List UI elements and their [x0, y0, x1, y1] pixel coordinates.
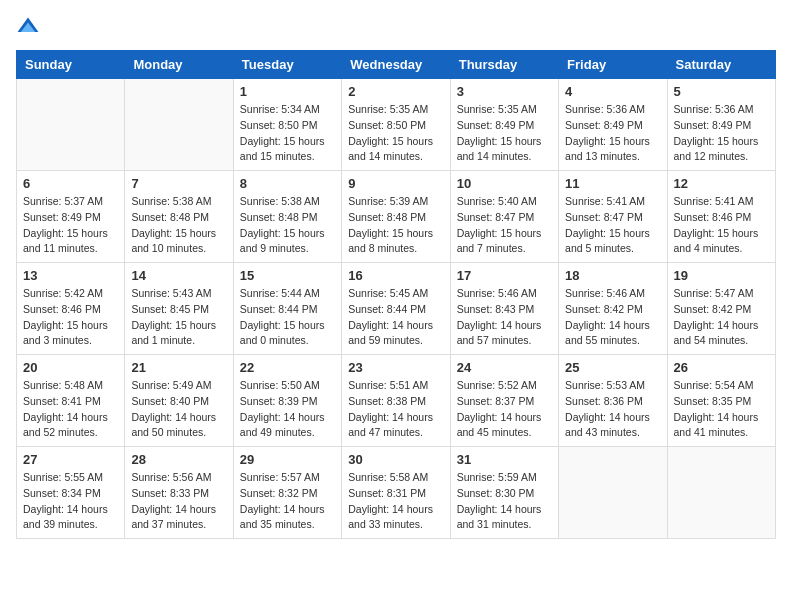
day-number: 17 [457, 268, 552, 283]
calendar-day-header: Tuesday [233, 51, 341, 79]
calendar-day-header: Friday [559, 51, 667, 79]
calendar-cell: 10Sunrise: 5:40 AM Sunset: 8:47 PM Dayli… [450, 171, 558, 263]
calendar-cell: 6Sunrise: 5:37 AM Sunset: 8:49 PM Daylig… [17, 171, 125, 263]
calendar-cell: 19Sunrise: 5:47 AM Sunset: 8:42 PM Dayli… [667, 263, 775, 355]
day-info: Sunrise: 5:45 AM Sunset: 8:44 PM Dayligh… [348, 286, 443, 349]
day-number: 19 [674, 268, 769, 283]
logo [16, 16, 44, 40]
day-info: Sunrise: 5:46 AM Sunset: 8:42 PM Dayligh… [565, 286, 660, 349]
day-info: Sunrise: 5:43 AM Sunset: 8:45 PM Dayligh… [131, 286, 226, 349]
day-number: 9 [348, 176, 443, 191]
day-number: 20 [23, 360, 118, 375]
day-number: 28 [131, 452, 226, 467]
day-info: Sunrise: 5:35 AM Sunset: 8:50 PM Dayligh… [348, 102, 443, 165]
calendar-week-row: 20Sunrise: 5:48 AM Sunset: 8:41 PM Dayli… [17, 355, 776, 447]
day-info: Sunrise: 5:57 AM Sunset: 8:32 PM Dayligh… [240, 470, 335, 533]
logo-icon [16, 16, 40, 40]
day-number: 27 [23, 452, 118, 467]
day-info: Sunrise: 5:49 AM Sunset: 8:40 PM Dayligh… [131, 378, 226, 441]
calendar-cell: 2Sunrise: 5:35 AM Sunset: 8:50 PM Daylig… [342, 79, 450, 171]
day-info: Sunrise: 5:38 AM Sunset: 8:48 PM Dayligh… [131, 194, 226, 257]
day-info: Sunrise: 5:50 AM Sunset: 8:39 PM Dayligh… [240, 378, 335, 441]
day-number: 26 [674, 360, 769, 375]
calendar-cell: 15Sunrise: 5:44 AM Sunset: 8:44 PM Dayli… [233, 263, 341, 355]
day-number: 4 [565, 84, 660, 99]
day-info: Sunrise: 5:42 AM Sunset: 8:46 PM Dayligh… [23, 286, 118, 349]
day-number: 25 [565, 360, 660, 375]
calendar-cell: 29Sunrise: 5:57 AM Sunset: 8:32 PM Dayli… [233, 447, 341, 539]
calendar-cell: 7Sunrise: 5:38 AM Sunset: 8:48 PM Daylig… [125, 171, 233, 263]
day-info: Sunrise: 5:39 AM Sunset: 8:48 PM Dayligh… [348, 194, 443, 257]
day-info: Sunrise: 5:53 AM Sunset: 8:36 PM Dayligh… [565, 378, 660, 441]
calendar-cell: 21Sunrise: 5:49 AM Sunset: 8:40 PM Dayli… [125, 355, 233, 447]
calendar-cell: 26Sunrise: 5:54 AM Sunset: 8:35 PM Dayli… [667, 355, 775, 447]
day-number: 12 [674, 176, 769, 191]
day-number: 2 [348, 84, 443, 99]
page-header [16, 16, 776, 40]
day-number: 15 [240, 268, 335, 283]
day-info: Sunrise: 5:41 AM Sunset: 8:47 PM Dayligh… [565, 194, 660, 257]
day-number: 6 [23, 176, 118, 191]
day-info: Sunrise: 5:34 AM Sunset: 8:50 PM Dayligh… [240, 102, 335, 165]
day-info: Sunrise: 5:46 AM Sunset: 8:43 PM Dayligh… [457, 286, 552, 349]
day-number: 3 [457, 84, 552, 99]
calendar-week-row: 1Sunrise: 5:34 AM Sunset: 8:50 PM Daylig… [17, 79, 776, 171]
day-number: 30 [348, 452, 443, 467]
day-number: 5 [674, 84, 769, 99]
day-number: 22 [240, 360, 335, 375]
calendar-week-row: 27Sunrise: 5:55 AM Sunset: 8:34 PM Dayli… [17, 447, 776, 539]
day-info: Sunrise: 5:36 AM Sunset: 8:49 PM Dayligh… [674, 102, 769, 165]
day-number: 1 [240, 84, 335, 99]
calendar-cell: 14Sunrise: 5:43 AM Sunset: 8:45 PM Dayli… [125, 263, 233, 355]
calendar-day-header: Wednesday [342, 51, 450, 79]
calendar-day-header: Thursday [450, 51, 558, 79]
day-info: Sunrise: 5:36 AM Sunset: 8:49 PM Dayligh… [565, 102, 660, 165]
calendar-cell: 31Sunrise: 5:59 AM Sunset: 8:30 PM Dayli… [450, 447, 558, 539]
day-info: Sunrise: 5:54 AM Sunset: 8:35 PM Dayligh… [674, 378, 769, 441]
day-number: 8 [240, 176, 335, 191]
calendar-week-row: 13Sunrise: 5:42 AM Sunset: 8:46 PM Dayli… [17, 263, 776, 355]
calendar-header-row: SundayMondayTuesdayWednesdayThursdayFrid… [17, 51, 776, 79]
day-number: 10 [457, 176, 552, 191]
calendar-cell: 18Sunrise: 5:46 AM Sunset: 8:42 PM Dayli… [559, 263, 667, 355]
day-info: Sunrise: 5:41 AM Sunset: 8:46 PM Dayligh… [674, 194, 769, 257]
day-number: 13 [23, 268, 118, 283]
calendar-cell: 3Sunrise: 5:35 AM Sunset: 8:49 PM Daylig… [450, 79, 558, 171]
calendar-cell: 23Sunrise: 5:51 AM Sunset: 8:38 PM Dayli… [342, 355, 450, 447]
day-info: Sunrise: 5:38 AM Sunset: 8:48 PM Dayligh… [240, 194, 335, 257]
calendar-cell: 1Sunrise: 5:34 AM Sunset: 8:50 PM Daylig… [233, 79, 341, 171]
day-info: Sunrise: 5:56 AM Sunset: 8:33 PM Dayligh… [131, 470, 226, 533]
calendar-cell: 8Sunrise: 5:38 AM Sunset: 8:48 PM Daylig… [233, 171, 341, 263]
calendar-cell [125, 79, 233, 171]
calendar-cell: 17Sunrise: 5:46 AM Sunset: 8:43 PM Dayli… [450, 263, 558, 355]
calendar-table: SundayMondayTuesdayWednesdayThursdayFrid… [16, 50, 776, 539]
day-number: 18 [565, 268, 660, 283]
calendar-cell: 22Sunrise: 5:50 AM Sunset: 8:39 PM Dayli… [233, 355, 341, 447]
day-number: 7 [131, 176, 226, 191]
day-number: 11 [565, 176, 660, 191]
calendar-cell: 9Sunrise: 5:39 AM Sunset: 8:48 PM Daylig… [342, 171, 450, 263]
day-info: Sunrise: 5:47 AM Sunset: 8:42 PM Dayligh… [674, 286, 769, 349]
calendar-cell [667, 447, 775, 539]
calendar-day-header: Saturday [667, 51, 775, 79]
calendar-cell: 5Sunrise: 5:36 AM Sunset: 8:49 PM Daylig… [667, 79, 775, 171]
calendar-day-header: Monday [125, 51, 233, 79]
calendar-cell: 4Sunrise: 5:36 AM Sunset: 8:49 PM Daylig… [559, 79, 667, 171]
day-number: 31 [457, 452, 552, 467]
day-info: Sunrise: 5:37 AM Sunset: 8:49 PM Dayligh… [23, 194, 118, 257]
day-info: Sunrise: 5:48 AM Sunset: 8:41 PM Dayligh… [23, 378, 118, 441]
calendar-cell: 25Sunrise: 5:53 AM Sunset: 8:36 PM Dayli… [559, 355, 667, 447]
day-number: 29 [240, 452, 335, 467]
calendar-cell: 24Sunrise: 5:52 AM Sunset: 8:37 PM Dayli… [450, 355, 558, 447]
day-info: Sunrise: 5:55 AM Sunset: 8:34 PM Dayligh… [23, 470, 118, 533]
day-number: 23 [348, 360, 443, 375]
calendar-week-row: 6Sunrise: 5:37 AM Sunset: 8:49 PM Daylig… [17, 171, 776, 263]
calendar-day-header: Sunday [17, 51, 125, 79]
day-info: Sunrise: 5:58 AM Sunset: 8:31 PM Dayligh… [348, 470, 443, 533]
day-info: Sunrise: 5:40 AM Sunset: 8:47 PM Dayligh… [457, 194, 552, 257]
calendar-cell: 13Sunrise: 5:42 AM Sunset: 8:46 PM Dayli… [17, 263, 125, 355]
calendar-cell: 12Sunrise: 5:41 AM Sunset: 8:46 PM Dayli… [667, 171, 775, 263]
day-number: 16 [348, 268, 443, 283]
calendar-cell: 27Sunrise: 5:55 AM Sunset: 8:34 PM Dayli… [17, 447, 125, 539]
day-info: Sunrise: 5:35 AM Sunset: 8:49 PM Dayligh… [457, 102, 552, 165]
